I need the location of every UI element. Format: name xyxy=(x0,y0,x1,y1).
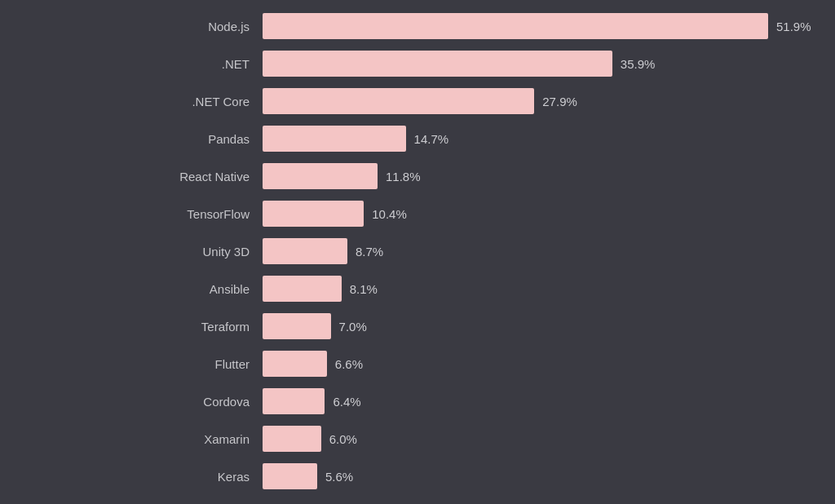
bar-chart: Node.js51.9%.NET35.9%.NET Core27.9%Panda… xyxy=(18,0,817,504)
bar-label: Node.js xyxy=(42,20,263,33)
bar-fill xyxy=(263,463,317,489)
bar-fill xyxy=(263,313,331,339)
bar-fill xyxy=(263,388,325,414)
bar-label: Keras xyxy=(42,470,263,484)
bar-track: 7.0% xyxy=(263,313,793,339)
bar-label: Pandas xyxy=(42,132,263,146)
bar-track: 10.4% xyxy=(263,201,793,227)
bar-fill xyxy=(263,351,327,377)
bar-track: 14.7% xyxy=(263,126,793,152)
bar-value: 27.9% xyxy=(542,95,577,108)
bar-row: Xamarin6.0% xyxy=(42,421,793,457)
bar-value: 14.7% xyxy=(414,132,449,146)
bar-row: Flutter6.6% xyxy=(42,346,793,382)
bar-row: Node.js51.9% xyxy=(42,8,793,44)
bar-value: 35.9% xyxy=(621,57,656,71)
bar-track: 5.6% xyxy=(263,463,793,489)
bar-track: 27.9% xyxy=(263,88,793,114)
bar-row: Ansible8.1% xyxy=(42,271,793,307)
bar-fill xyxy=(263,163,378,189)
bar-row: .NET35.9% xyxy=(42,46,793,82)
bar-row: Teraform7.0% xyxy=(42,308,793,344)
bar-track: 8.7% xyxy=(263,238,793,264)
bar-label: React Native xyxy=(42,170,263,183)
bar-value: 11.8% xyxy=(386,170,421,183)
bar-value: 6.6% xyxy=(335,357,363,371)
bar-label: Flutter xyxy=(42,357,263,371)
bar-value: 8.1% xyxy=(350,282,378,296)
bar-value: 10.4% xyxy=(372,207,407,221)
bar-fill xyxy=(263,51,612,77)
bar-fill xyxy=(263,276,342,302)
bar-track: 6.0% xyxy=(263,426,793,452)
bar-fill xyxy=(263,426,321,452)
bar-row: Keras5.6% xyxy=(42,458,793,494)
bar-fill xyxy=(263,238,347,264)
bar-track: 6.4% xyxy=(263,388,793,414)
bar-value: 7.0% xyxy=(339,320,367,334)
bar-row: React Native11.8% xyxy=(42,158,793,194)
bar-label: Cordova xyxy=(42,395,263,409)
bar-row: Cordova6.4% xyxy=(42,383,793,419)
bar-fill xyxy=(263,126,406,152)
bar-row: TensorFlow10.4% xyxy=(42,196,793,232)
bar-value: 8.7% xyxy=(356,245,383,259)
bar-value: 6.0% xyxy=(329,432,357,446)
bar-value: 51.9% xyxy=(776,20,811,33)
bar-value: 6.4% xyxy=(333,395,360,409)
bar-label: .NET Core xyxy=(42,95,263,108)
bar-fill xyxy=(263,201,364,227)
bar-track: 6.6% xyxy=(263,351,793,377)
bar-track: 11.8% xyxy=(263,163,793,189)
bar-row: Pandas14.7% xyxy=(42,121,793,157)
bar-track: 51.9% xyxy=(263,13,811,39)
bar-value: 5.6% xyxy=(325,470,353,484)
bar-fill xyxy=(263,13,768,39)
bar-label: .NET xyxy=(42,57,263,71)
bar-label: Ansible xyxy=(42,282,263,296)
bar-label: Teraform xyxy=(42,320,263,334)
bar-label: Unity 3D xyxy=(42,245,263,259)
bar-fill xyxy=(263,88,534,114)
bar-label: TensorFlow xyxy=(42,207,263,221)
bar-row: Unity 3D8.7% xyxy=(42,233,793,269)
bar-track: 35.9% xyxy=(263,51,793,77)
bar-row: .NET Core27.9% xyxy=(42,83,793,119)
bar-label: Xamarin xyxy=(42,432,263,446)
bar-track: 8.1% xyxy=(263,276,793,302)
